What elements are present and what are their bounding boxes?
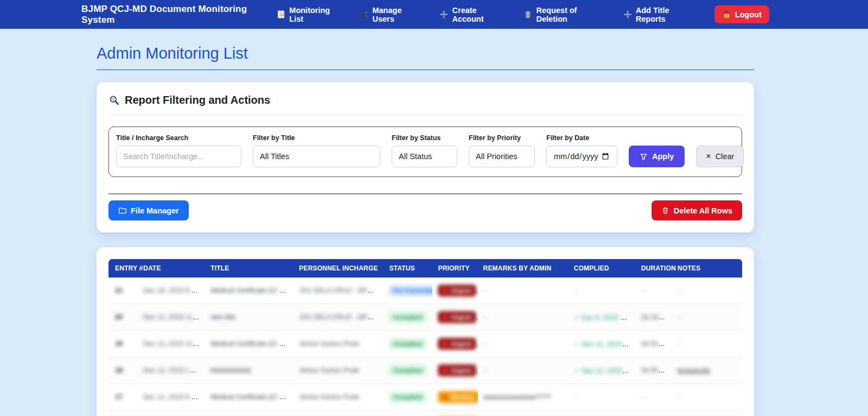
- complied-cell: ✓Dec 12, 2023 11:08 PM: [569, 331, 636, 357]
- notes-cell: --: [672, 278, 742, 304]
- memo-icon: [277, 10, 285, 19]
- incharge-cell: Jenice Santos Pude: [293, 384, 384, 411]
- priority-cell: Urgent: [432, 357, 477, 384]
- nav-item-create-account[interactable]: Create Account: [439, 6, 507, 23]
- search-input[interactable]: [116, 146, 241, 167]
- incharge-cell: JO1 DELA CRUZ - OPERATION: [293, 411, 384, 416]
- duration-cell: 0d 0h 3m: [636, 331, 672, 357]
- title-cell: Monthly Report: [205, 411, 293, 416]
- duration-cell: --: [636, 384, 672, 411]
- logout-button[interactable]: Logout: [714, 5, 769, 23]
- table-row[interactable]: 21Dec 16, 2023 5:36 AMMedical Certificat…: [108, 278, 742, 304]
- check-icon: ✓: [574, 314, 579, 322]
- table-row[interactable]: 20Dec 12, 2023 11:22 AMnew titleJO1 DELA…: [108, 304, 742, 331]
- table-row[interactable]: 19Dec 12, 2023 11:07 PMMedical Certifica…: [108, 331, 742, 357]
- title-cell: kkkkkkkkkkkk: [205, 357, 293, 384]
- title-cell: new title: [205, 304, 293, 331]
- nav-item-label: Request of Deletion: [537, 6, 607, 23]
- column-header-status: STATUS: [384, 259, 432, 278]
- complied-cell: --: [569, 384, 636, 411]
- date-cell: Dec 12, 2023 4:13 PM: [138, 411, 205, 416]
- priority-cell: Medium: [432, 411, 477, 416]
- table-row[interactable]: 18Dec 12, 2023 10:48 PMkkkkkkkkkkkkJenic…: [108, 357, 742, 384]
- title-filter-select[interactable]: All Titles: [253, 146, 380, 167]
- clear-button[interactable]: × Clear: [696, 146, 744, 167]
- nav-item-manage-users[interactable]: Manage Users: [360, 6, 423, 23]
- priority-badge: Urgent: [438, 338, 476, 350]
- status-filter-select[interactable]: All Status: [392, 146, 457, 167]
- nav-links: Monitoring List Manage Users Create Acco…: [277, 5, 769, 23]
- file-manager-button[interactable]: File Manager: [108, 200, 189, 220]
- logout-label: Logout: [735, 10, 762, 19]
- status-badge: Complied: [389, 312, 426, 323]
- trash-icon: [661, 206, 669, 215]
- app-title: BJMP QCJ-MD Document Monitoring System: [81, 4, 277, 26]
- column-header-complied: COMPLIED: [569, 259, 636, 278]
- status-badge: For Correction: [389, 285, 432, 296]
- title-filter-group: Filter by Title All Titles: [253, 134, 380, 167]
- column-header-duration: DURATION: [636, 259, 672, 278]
- plus-icon: [439, 10, 448, 19]
- search-icon: [108, 94, 120, 106]
- table-row[interactable]: 17Dec 12, 2023 5:44 PMMedical Certificat…: [108, 384, 742, 411]
- priority-badge: Medium: [438, 391, 477, 403]
- nav-item-request-of-deletion[interactable]: Request of Deletion: [524, 6, 607, 23]
- filter-card: Report Filtering and Actions Title / Inc…: [97, 82, 754, 232]
- priority-filter-select[interactable]: All Priorities: [469, 146, 535, 167]
- column-header-notes: NOTES: [672, 259, 742, 278]
- status-cell: Complied: [384, 304, 432, 331]
- date-cell: Dec 12, 2023 5:44 PM: [138, 384, 205, 411]
- apply-label: Apply: [652, 152, 674, 161]
- priority-badge: Urgent: [438, 285, 476, 297]
- funnel-icon: [640, 153, 648, 161]
- notes-cell: --: [672, 411, 742, 416]
- monitoring-table: ENTRY #DATETITLEPERSONNEL INCHARGESTATUS…: [108, 259, 742, 416]
- delete-all-rows-label: Delete All Rows: [674, 206, 732, 215]
- complied-cell: ✓Dec 9, 2023 6:48 PM: [569, 304, 636, 331]
- duration-cell: 2d 18h 26m: [636, 304, 672, 331]
- nav-item-monitoring-list[interactable]: Monitoring List: [277, 6, 343, 23]
- users-icon: [360, 10, 368, 19]
- title-cell: Medical Certificate (CI Form ...: [205, 278, 293, 304]
- filter-strip: Title / Incharge Search Filter by Title …: [108, 127, 742, 177]
- complied-cell: --: [569, 278, 636, 304]
- status-cell: Complied: [384, 331, 432, 357]
- priority-cell: Urgent: [432, 304, 477, 331]
- status-badge: Complied: [389, 365, 426, 376]
- remarks-cell: aaaaaaaaaaaaaa????: [478, 384, 569, 411]
- top-navbar: BJMP QCJ-MD Document Monitoring System M…: [0, 0, 868, 29]
- apply-button[interactable]: Apply: [629, 146, 685, 167]
- priority-filter-group: Filter by Priority All Priorities: [469, 134, 535, 167]
- complied-cell: ✓Dec 12, 2023 4:17 PM: [569, 411, 636, 416]
- notes-cell: --: [672, 384, 742, 411]
- status-badge: Complied: [389, 392, 426, 402]
- status-cell: For Correction: [384, 278, 432, 304]
- incharge-cell: Jenice Santos Pude: [293, 331, 384, 357]
- nav-item-label: Add Title Reports: [636, 6, 698, 23]
- remarks-cell: --: [478, 278, 569, 304]
- title-cell: Medical Certificate (CI Form ...: [205, 331, 293, 357]
- nav-item-add-title-reports[interactable]: Add Title Reports: [623, 6, 698, 23]
- date-cell: Dec 12, 2023 10:48 PM: [138, 357, 205, 384]
- filter-card-heading-text: Report Filtering and Actions: [125, 94, 270, 106]
- file-manager-label: File Manager: [131, 206, 179, 215]
- date-filter-input[interactable]: [546, 146, 617, 167]
- date-cell: Dec 12, 2023 11:07 PM: [138, 331, 205, 357]
- status-cell: Complied: [384, 384, 432, 411]
- date-filter-label: Filter by Date: [546, 134, 617, 142]
- delete-all-rows-button[interactable]: Delete All Rows: [652, 200, 742, 220]
- status-cell: Complied: [384, 357, 432, 384]
- column-header-priority: PRIORITY: [432, 259, 477, 278]
- table-row[interactable]: 16Dec 12, 2023 4:13 PMMonthly ReportJO1 …: [108, 411, 742, 416]
- trash-icon: [524, 10, 532, 19]
- status-badge: Complied: [389, 338, 426, 349]
- title-cell: Medical Certificate (CI Form ...: [205, 384, 293, 411]
- search-label: Title / Incharge Search: [116, 134, 241, 142]
- status-cell: Complied: [384, 411, 432, 416]
- heading-divider: [108, 115, 742, 115]
- duration-cell: 0d 0h 1m: [636, 411, 672, 416]
- incharge-cell: JO1 DELA CRUZ - OPERATION: [293, 278, 384, 304]
- date-filter-group: Filter by Date: [546, 134, 617, 167]
- priority-cell: Medium: [432, 384, 477, 411]
- column-header-entry: ENTRY #: [108, 259, 138, 278]
